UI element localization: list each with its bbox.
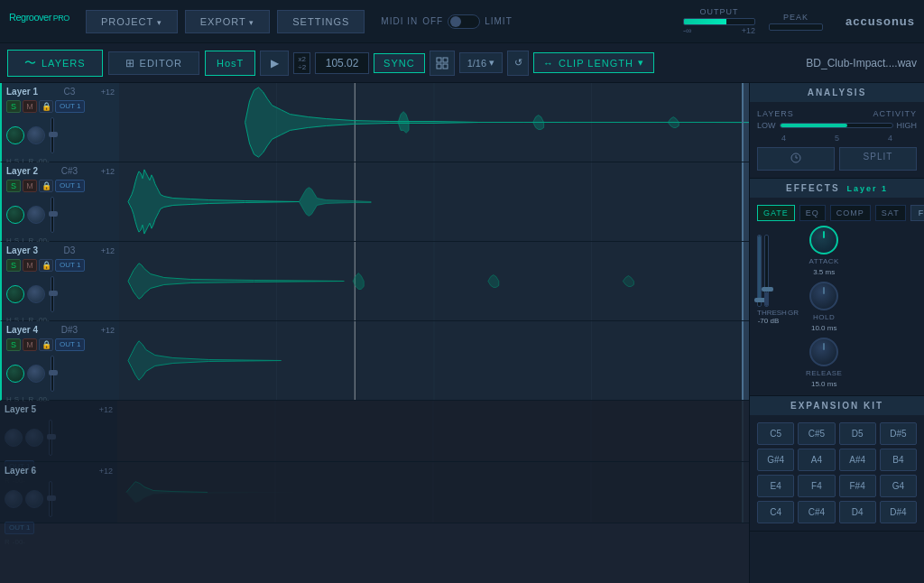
layer-1-end-marker[interactable] bbox=[742, 83, 749, 162]
layer-1-knob-1[interactable] bbox=[6, 126, 24, 144]
attack-knob[interactable] bbox=[809, 226, 838, 254]
layer-2-knob-2[interactable] bbox=[27, 206, 45, 224]
layer-3-end-marker[interactable] bbox=[742, 242, 749, 320]
layer-3-lock-button[interactable]: 🔒 bbox=[39, 259, 53, 272]
midi-toggle[interactable] bbox=[448, 14, 480, 29]
analyze-button[interactable] bbox=[757, 147, 835, 171]
thresh-slider[interactable] bbox=[757, 235, 762, 307]
expansion-key-C#5[interactable]: C#5 bbox=[798, 422, 835, 445]
layer-6-knob-2[interactable] bbox=[25, 490, 43, 508]
layer-2-end-marker[interactable] bbox=[742, 162, 749, 241]
layer-4-out-button[interactable]: OUT 1 bbox=[55, 338, 85, 351]
clip-length-icon: ↔ bbox=[543, 58, 554, 69]
layer-1-solo-button[interactable]: S bbox=[6, 100, 21, 113]
layer-2-waveform[interactable] bbox=[119, 162, 749, 241]
activity-slider[interactable] bbox=[780, 123, 893, 128]
layer-5-knob-1[interactable] bbox=[5, 429, 23, 447]
layer-2-fader[interactable] bbox=[51, 197, 54, 233]
expansion-key-G#4[interactable]: G#4 bbox=[757, 449, 794, 471]
layer-1-fader[interactable] bbox=[51, 117, 54, 153]
settings-button[interactable]: SETTINGS bbox=[277, 10, 365, 33]
layer-3-knob-1[interactable] bbox=[6, 285, 24, 303]
layer-2-knob-1[interactable] bbox=[6, 206, 24, 224]
expansion-key-E4[interactable]: E4 bbox=[757, 475, 794, 497]
layer-6-waveform[interactable] bbox=[117, 462, 749, 523]
expansion-key-G4[interactable]: G4 bbox=[880, 475, 917, 497]
layer-5-knob-2[interactable] bbox=[25, 429, 43, 447]
layer-2-solo-button[interactable]: S bbox=[6, 180, 21, 192]
sat-tab[interactable]: SAT bbox=[875, 205, 906, 221]
layer-5-end-marker[interactable] bbox=[742, 401, 749, 461]
expansion-key-D5[interactable]: D5 bbox=[839, 422, 876, 445]
layer-1-mute-button[interactable]: M bbox=[23, 100, 37, 113]
layer-4-knob-1[interactable] bbox=[6, 365, 24, 383]
layer-1-faders bbox=[6, 117, 115, 153]
layer-2-out-button[interactable]: OUT 1 bbox=[55, 180, 85, 192]
layer-4-waveform[interactable] bbox=[119, 321, 749, 400]
layer-6-fader[interactable] bbox=[49, 481, 52, 517]
clip-length-button[interactable]: ↔ CLIP LENGTH ▾ bbox=[533, 52, 654, 73]
output-min: -∞ bbox=[683, 26, 691, 35]
grid-button[interactable] bbox=[430, 51, 455, 76]
layer-2-lock-button[interactable]: 🔒 bbox=[39, 180, 53, 192]
gate-tab[interactable]: GATE bbox=[757, 205, 795, 221]
layer-6-out-button[interactable]: OUT 1 bbox=[5, 522, 34, 534]
layer-4-solo-button[interactable]: S bbox=[6, 338, 21, 351]
layer-4-end-marker[interactable] bbox=[742, 321, 749, 400]
gr-slider[interactable] bbox=[764, 235, 769, 307]
loop-button[interactable]: ↺ bbox=[507, 51, 529, 76]
eq-tab[interactable]: EQ bbox=[799, 205, 826, 221]
layer-5-waveform[interactable] bbox=[117, 401, 749, 461]
layer-4-fader[interactable] bbox=[51, 356, 54, 392]
layer-1-knob-2[interactable] bbox=[27, 126, 45, 144]
slider-labels: THRESH GR bbox=[757, 309, 802, 317]
export-button[interactable]: EXPORT bbox=[185, 10, 271, 33]
sync-button[interactable]: SYNC bbox=[374, 53, 425, 73]
expansion-key-A4[interactable]: A4 bbox=[798, 449, 835, 471]
layer-1-lock-button[interactable]: 🔒 bbox=[39, 100, 53, 113]
expansion-key-F4[interactable]: F4 bbox=[798, 475, 835, 497]
editor-grid-icon: ⊞ bbox=[125, 57, 135, 69]
expansion-key-D4[interactable]: D4 bbox=[839, 501, 876, 523]
layer-3-out-button[interactable]: OUT 1 bbox=[55, 259, 85, 272]
host-button[interactable]: HosT bbox=[205, 51, 255, 76]
comp-tab[interactable]: COMP bbox=[830, 205, 871, 221]
expansion-key-D#4[interactable]: D#4 bbox=[880, 501, 917, 523]
play-button[interactable]: ▶ bbox=[260, 51, 289, 76]
layer-4-mute-button[interactable]: M bbox=[23, 338, 37, 351]
output-meter-fill bbox=[684, 19, 726, 24]
expansion-key-B4[interactable]: B4 bbox=[880, 449, 917, 471]
tab-layers[interactable]: 〜 LAYERS bbox=[7, 50, 103, 77]
expansion-key-C5[interactable]: C5 bbox=[757, 422, 794, 445]
layer-4-btns: S M 🔒 OUT 1 bbox=[6, 338, 115, 351]
tempo-display[interactable]: 105.02 bbox=[315, 52, 369, 74]
split-button[interactable]: SPLIT bbox=[839, 147, 917, 171]
layer-4-knob-2[interactable] bbox=[27, 365, 45, 383]
tab-editor[interactable]: ⊞ EDITOR bbox=[108, 51, 199, 75]
expansion-key-C4[interactable]: C4 bbox=[757, 501, 794, 523]
quantize-button[interactable]: 1/16 ▾ bbox=[459, 52, 503, 73]
project-button[interactable]: PROJECT bbox=[86, 10, 178, 33]
flip-button[interactable]: FLIP bbox=[910, 205, 924, 221]
right-panel: ANALYSIS LAYERS ACTIVITY LOW HIGH 4 5 4 bbox=[749, 83, 924, 583]
layer-3-fader[interactable] bbox=[51, 276, 54, 312]
expansion-key-C#4[interactable]: C#4 bbox=[798, 501, 835, 523]
layer-3-waveform[interactable] bbox=[119, 242, 749, 320]
layer-3-knob-2[interactable] bbox=[27, 285, 45, 303]
layer-4-lock-button[interactable]: 🔒 bbox=[39, 338, 53, 351]
layer-5-fader[interactable] bbox=[49, 420, 52, 456]
layer-3-note: D3 bbox=[63, 245, 75, 255]
layer-2-mute-button[interactable]: M bbox=[23, 180, 37, 192]
layer-3-solo-button[interactable]: S bbox=[6, 259, 21, 272]
layer-3-btns: S M 🔒 OUT 1 bbox=[6, 259, 115, 272]
layer-6-knob-1[interactable] bbox=[5, 490, 23, 508]
expansion-key-D#5[interactable]: D#5 bbox=[880, 422, 917, 445]
layer-3-mute-button[interactable]: M bbox=[23, 259, 37, 272]
layer-1-out-button[interactable]: OUT 1 bbox=[55, 100, 85, 113]
layer-1-waveform[interactable] bbox=[119, 83, 749, 162]
expansion-key-F#4[interactable]: F#4 bbox=[839, 475, 876, 497]
release-knob[interactable] bbox=[809, 338, 838, 366]
expansion-key-A#4[interactable]: A#4 bbox=[839, 449, 876, 471]
layer-6-end-marker[interactable] bbox=[742, 462, 749, 523]
hold-knob[interactable] bbox=[809, 282, 838, 310]
